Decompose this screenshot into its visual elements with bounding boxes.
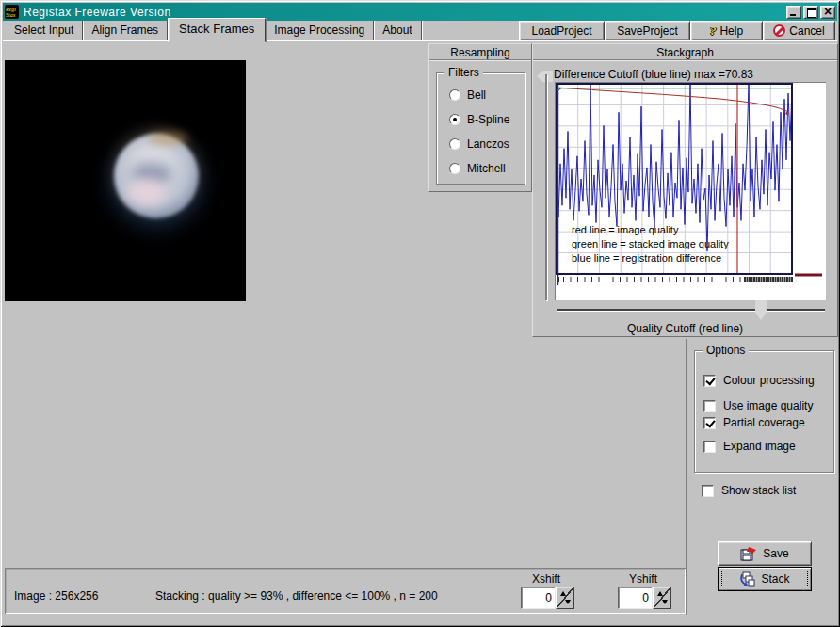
- close-button[interactable]: [820, 6, 835, 19]
- save-button[interactable]: Save: [718, 541, 812, 566]
- app-icon: Regi Stax: [5, 5, 19, 19]
- tab-align-frames[interactable]: Align Frames: [83, 21, 168, 40]
- stack-label: Stack: [761, 572, 789, 586]
- radio-bspline-label: B-Spline: [467, 113, 509, 126]
- filters-caption: Filters: [444, 66, 483, 79]
- xshift-down-icon[interactable]: [565, 600, 571, 604]
- xshift-up-icon[interactable]: [560, 591, 566, 596]
- panel-divider: [686, 339, 687, 615]
- load-project-button[interactable]: LoadProject: [519, 21, 605, 40]
- tab-label: About: [382, 24, 412, 37]
- tab-image-processing[interactable]: Image Processing: [266, 21, 374, 40]
- legend-green-line: green line = stacked image quality: [572, 237, 729, 251]
- checkbox-expand-image[interactable]: Expand image: [703, 440, 796, 453]
- use-image-quality-box[interactable]: [703, 400, 716, 412]
- resampling-panel: Resampling Filters Bell B-Spline Lanczos…: [428, 43, 532, 192]
- stacking-status: Stacking : quality >= 93% , difference <…: [155, 589, 438, 603]
- radio-lanczos-label: Lanczos: [467, 137, 509, 151]
- stackgraph-panel-title: Stackgraph: [533, 44, 837, 60]
- xshift-value[interactable]: 0: [521, 587, 556, 609]
- checkbox-use-image-quality[interactable]: Use image quality: [703, 399, 813, 412]
- show-stack-list-box[interactable]: [702, 485, 714, 497]
- yshift-up-icon[interactable]: [657, 591, 663, 596]
- minimize-button[interactable]: [786, 6, 801, 19]
- tab-label: Stack Frames: [179, 22, 254, 36]
- partial-coverage-label: Partial coverage: [723, 416, 805, 429]
- yshift-down-icon[interactable]: [662, 600, 668, 604]
- xshift-label: Xshift: [532, 572, 560, 586]
- tab-label: Align Frames: [91, 24, 158, 37]
- expand-image-label: Expand image: [723, 440, 796, 453]
- radio-mitchell[interactable]: Mitchell: [449, 162, 506, 175]
- help-button[interactable]: ?Help: [690, 21, 763, 40]
- radio-lanczos-circle[interactable]: [449, 138, 460, 150]
- difference-cutoff-label: Difference Cutoff (blue line) max =70.83: [554, 68, 753, 81]
- planet-surface-highlight: [127, 179, 165, 205]
- radio-bell-circle[interactable]: [449, 89, 460, 101]
- help-label: Help: [719, 24, 743, 38]
- maximize-button[interactable]: [803, 6, 818, 19]
- app-icon-text2: Stax: [5, 12, 19, 18]
- checkbox-partial-coverage[interactable]: Partial coverage: [703, 416, 805, 429]
- quality-cutoff-slider[interactable]: [557, 309, 825, 311]
- status-bar: Image : 256x256 Stacking : quality >= 93…: [5, 568, 686, 614]
- radio-bell[interactable]: Bell: [449, 88, 486, 102]
- legend-red-line: red line = image quality: [572, 223, 729, 237]
- tab-stack-frames[interactable]: Stack Frames: [168, 18, 266, 42]
- stackgraph-plot: red line = image quality green line = st…: [555, 82, 826, 300]
- tab-about[interactable]: About: [374, 21, 421, 40]
- use-image-quality-label: Use image quality: [723, 399, 813, 412]
- options-caption: Options: [703, 344, 749, 357]
- app-window: Regi Stax Registax Freeware Version Sele…: [0, 0, 840, 627]
- chart-legend: red line = image quality green line = st…: [572, 223, 729, 265]
- tab-select-input[interactable]: Select Input: [6, 21, 83, 40]
- title-bar[interactable]: Regi Stax Registax Freeware Version: [3, 3, 837, 21]
- checkbox-show-stack-list[interactable]: Show stack list: [702, 484, 796, 497]
- radio-lanczos[interactable]: Lanczos: [449, 137, 509, 151]
- options-groupbox: Options Colour processing Use image qual…: [694, 350, 834, 473]
- save-project-button[interactable]: SaveProject: [605, 21, 690, 40]
- save-label: Save: [763, 547, 788, 560]
- image-size-status: Image : 256x256: [14, 589, 98, 603]
- cancel-label: Cancel: [789, 24, 824, 38]
- checkbox-colour-processing[interactable]: Colour processing: [703, 374, 815, 387]
- yshift-spin-buttons[interactable]: [653, 587, 671, 609]
- load-project-label: LoadProject: [531, 24, 591, 38]
- window-title: Registax Freeware Version: [24, 6, 171, 19]
- radio-bspline-circle[interactable]: [449, 114, 460, 125]
- partial-coverage-box[interactable]: [703, 417, 716, 429]
- filters-groupbox: Filters Bell B-Spline Lanczos Mitchell: [436, 72, 525, 185]
- colour-processing-box[interactable]: [703, 375, 716, 387]
- expand-image-box[interactable]: [703, 441, 716, 453]
- tab-bar: Select Input Align Frames Stack Frames I…: [3, 21, 837, 40]
- tab-label: Select Input: [14, 24, 73, 37]
- xshift-spin-buttons[interactable]: [556, 587, 574, 609]
- cancel-button[interactable]: Cancel: [763, 21, 835, 40]
- legend-blue-line: blue line = registration difference: [572, 251, 729, 265]
- xshift-spinner[interactable]: 0: [521, 587, 574, 609]
- yshift-label: Yshift: [629, 572, 657, 586]
- stack-button[interactable]: Stack: [718, 567, 812, 591]
- show-stack-list-label: Show stack list: [721, 484, 796, 497]
- radio-mitchell-label: Mitchell: [467, 162, 506, 175]
- stackgraph-chart: [555, 82, 826, 300]
- cancel-icon: [773, 24, 785, 37]
- quality-cutoff-slider-thumb[interactable]: [755, 300, 767, 320]
- resampling-panel-title: Resampling: [429, 44, 531, 60]
- colour-processing-label: Colour processing: [723, 374, 815, 387]
- planet-limb-warm-tint: [148, 132, 187, 145]
- yshift-value[interactable]: 0: [618, 587, 653, 609]
- tab-label: Image Processing: [274, 24, 364, 37]
- save-project-label: SaveProject: [617, 24, 678, 38]
- yshift-spinner[interactable]: 0: [618, 587, 671, 609]
- radio-mitchell-circle[interactable]: [449, 163, 460, 174]
- difference-cutoff-slider[interactable]: [545, 74, 547, 300]
- radio-bspline[interactable]: B-Spline: [449, 113, 509, 126]
- radio-bell-label: Bell: [467, 88, 486, 102]
- quality-cutoff-label: Quality Cutoff (red line): [533, 322, 837, 335]
- stacked-image-preview: [5, 60, 246, 301]
- save-icon: [740, 547, 757, 561]
- stack-icon: [739, 571, 755, 587]
- help-icon: ?: [710, 24, 717, 39]
- stackgraph-panel: Stackgraph Difference Cutoff (blue line)…: [532, 43, 838, 337]
